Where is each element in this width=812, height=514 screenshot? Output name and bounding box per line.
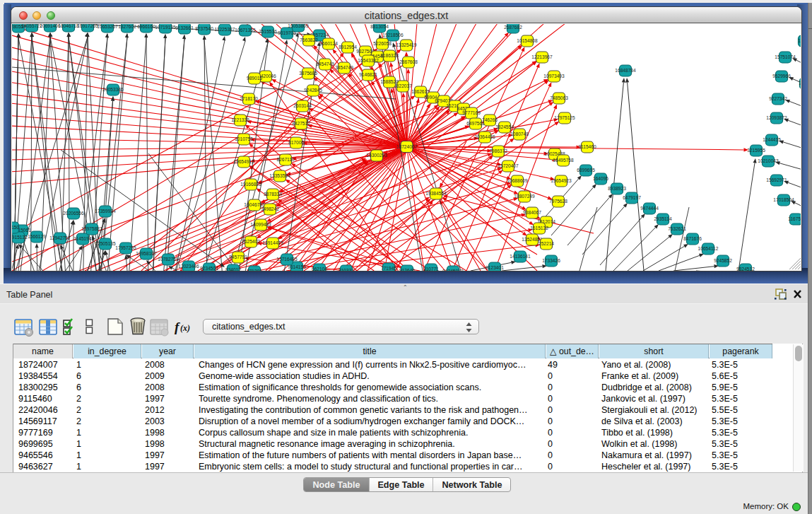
svg-text:10688609: 10688609 [507, 178, 528, 183]
svg-text:9146821: 9146821 [359, 72, 377, 77]
svg-text:8471676: 8471676 [683, 236, 702, 241]
svg-text:96245012: 96245012 [442, 269, 464, 271]
svg-text:771945: 771945 [381, 266, 396, 271]
svg-text:6479197: 6479197 [623, 195, 641, 200]
svg-text:3215955: 3215955 [747, 148, 765, 153]
svg-text:19218506: 19218506 [382, 33, 404, 37]
svg-text:18495758: 18495758 [553, 158, 574, 163]
svg-text:834012: 834012 [225, 267, 241, 271]
svg-text:13325419: 13325419 [396, 42, 417, 47]
svg-text:17975125: 17975125 [554, 115, 575, 120]
svg-text:1080748: 1080748 [510, 132, 529, 136]
svg-text:7485063: 7485063 [550, 95, 568, 100]
svg-text:746266: 746266 [482, 117, 498, 122]
svg-text:15751074: 15751074 [775, 54, 796, 59]
svg-text:7632621: 7632621 [668, 226, 686, 231]
svg-text:10958107: 10958107 [136, 251, 157, 256]
svg-text:8878334: 8878334 [264, 192, 282, 197]
svg-text:3824554: 3824554 [495, 124, 514, 129]
svg-text:9915132: 9915132 [12, 235, 28, 240]
svg-text:(x): (x) [180, 323, 190, 333]
svg-text:19384554: 19384554 [425, 191, 447, 196]
svg-text:7625402: 7625402 [242, 239, 260, 244]
svg-text:3822037: 3822037 [394, 83, 412, 88]
svg-text:8123401: 8123401 [486, 265, 504, 270]
svg-text:10210043: 10210043 [758, 158, 779, 163]
svg-text:14914479: 14914479 [262, 240, 283, 245]
svg-text:7663822: 7663822 [300, 37, 318, 42]
svg-text:7515536: 7515536 [259, 29, 277, 34]
svg-text:19166825: 19166825 [240, 182, 261, 187]
svg-text:20053346: 20053346 [102, 87, 124, 92]
svg-text:1327602: 1327602 [118, 24, 136, 29]
svg-text:22754: 22754 [799, 81, 801, 86]
svg-text:9324512: 9324512 [736, 267, 755, 271]
svg-text:20364436: 20364436 [474, 134, 495, 139]
svg-text:9529966: 9529966 [772, 74, 791, 78]
svg-text:8186328: 8186328 [380, 53, 399, 58]
svg-text:6966160: 6966160 [137, 24, 155, 29]
svg-text:20206556: 20206556 [63, 211, 84, 216]
svg-text:1733426: 1733426 [542, 258, 560, 263]
svg-text:9777169: 9777169 [462, 110, 481, 115]
svg-text:662104: 662104 [312, 267, 327, 271]
svg-text:771201: 771201 [247, 269, 262, 271]
svg-text:2603144: 2603144 [293, 103, 312, 108]
svg-text:8267110: 8267110 [276, 157, 295, 162]
svg-text:10154808: 10154808 [517, 38, 538, 43]
svg-text:3498242: 3498242 [261, 206, 279, 211]
svg-text:8237540: 8237540 [195, 26, 213, 31]
svg-text:3454749: 3454749 [335, 65, 353, 70]
svg-text:12213967: 12213967 [531, 54, 553, 59]
svg-text:1362615: 1362615 [411, 89, 430, 94]
svg-text:79150: 79150 [12, 225, 19, 230]
svg-text:989015: 989015 [247, 76, 262, 81]
svg-text:17957255: 17957255 [115, 245, 136, 250]
svg-text:15692971: 15692971 [766, 177, 787, 182]
svg-text:10671355: 10671355 [235, 28, 256, 33]
svg-text:9115460: 9115460 [578, 144, 596, 149]
svg-text:12505135: 12505135 [95, 241, 116, 246]
svg-text:164095: 164095 [593, 176, 608, 181]
svg-text:8454749: 8454749 [316, 62, 334, 66]
svg-text:1588520: 1588520 [380, 79, 399, 84]
svg-text:8912954: 8912954 [339, 45, 357, 49]
svg-text:310771: 310771 [423, 267, 439, 271]
svg-text:1010755: 1010755 [235, 136, 253, 141]
svg-text:16543382: 16543382 [358, 58, 379, 63]
svg-text:15300293: 15300293 [366, 153, 387, 158]
svg-text:1221336: 1221336 [231, 117, 249, 122]
svg-text:16917265: 16917265 [77, 24, 98, 28]
svg-text:16848784: 16848784 [615, 68, 636, 73]
svg-text:10653267: 10653267 [97, 24, 118, 29]
svg-text:f: f [175, 320, 180, 334]
svg-text:2687682: 2687682 [504, 25, 522, 30]
svg-text:1244415: 1244415 [763, 137, 781, 142]
svg-text:14099483: 14099483 [250, 222, 271, 227]
svg-text:912640: 912640 [399, 268, 415, 271]
svg-text:9384067: 9384067 [523, 210, 541, 215]
svg-text:9227342: 9227342 [769, 96, 787, 101]
svg-text:252214: 252214 [539, 241, 554, 246]
svg-text:3875685: 3875685 [299, 71, 317, 76]
svg-text:810332: 810332 [339, 268, 354, 271]
svg-text:10719135: 10719135 [155, 25, 176, 30]
svg-text:1615132: 1615132 [530, 226, 548, 230]
svg-text:16053809: 16053809 [288, 24, 309, 28]
svg-text:116753: 116753 [788, 216, 801, 221]
svg-text:12093872: 12093872 [766, 115, 787, 120]
svg-text:2718170: 2718170 [240, 96, 258, 101]
svg-text:19654923: 19654923 [551, 178, 572, 183]
svg-text:17359934: 17359934 [95, 209, 116, 214]
svg-text:18046718: 18046718 [58, 24, 79, 28]
svg-text:11225387: 11225387 [215, 27, 235, 32]
svg-text:1566129: 1566129 [28, 234, 46, 239]
svg-text:12023446: 12023446 [178, 264, 199, 269]
svg-text:817006: 817006 [288, 140, 304, 145]
svg-text:2935114: 2935114 [654, 216, 672, 221]
svg-text:7986372: 7986372 [489, 148, 507, 153]
svg-text:2867608: 2867608 [399, 59, 418, 64]
svg-text:15716485: 15716485 [276, 257, 298, 262]
svg-text:8660124: 8660124 [319, 41, 338, 46]
svg-text:10654112: 10654112 [698, 246, 719, 251]
